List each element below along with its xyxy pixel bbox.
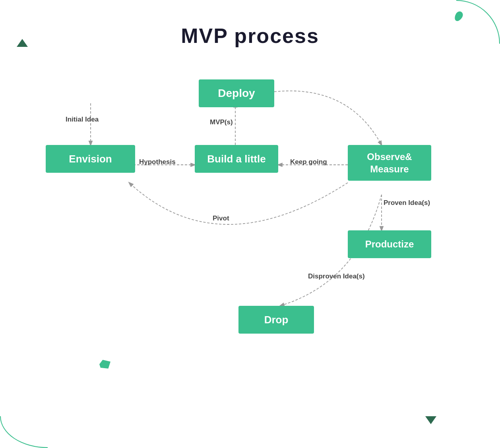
pivot-label: Pivot [213, 214, 229, 222]
productize-box: Productize [348, 230, 431, 258]
disproven-ideas-label: Disproven Idea(s) [308, 272, 365, 281]
initial-idea-label: Initial Idea [66, 115, 99, 124]
envision-box: Envision [46, 145, 135, 173]
page-title: MVP process [0, 0, 500, 48]
deploy-box: Deploy [199, 79, 274, 107]
keep-going-label: Keep going [290, 158, 327, 166]
drop-box: Drop [238, 306, 314, 334]
hypothesis-label: Hypothesis [139, 158, 176, 166]
build-box: Build a little [195, 145, 278, 173]
diagram-container: Deploy Envision Build a little Observe& … [0, 60, 500, 433]
mvps-label: MVP(s) [210, 118, 233, 126]
proven-ideas-label: Proven Idea(s) [384, 199, 430, 207]
observe-box: Observe& Measure [348, 145, 431, 181]
